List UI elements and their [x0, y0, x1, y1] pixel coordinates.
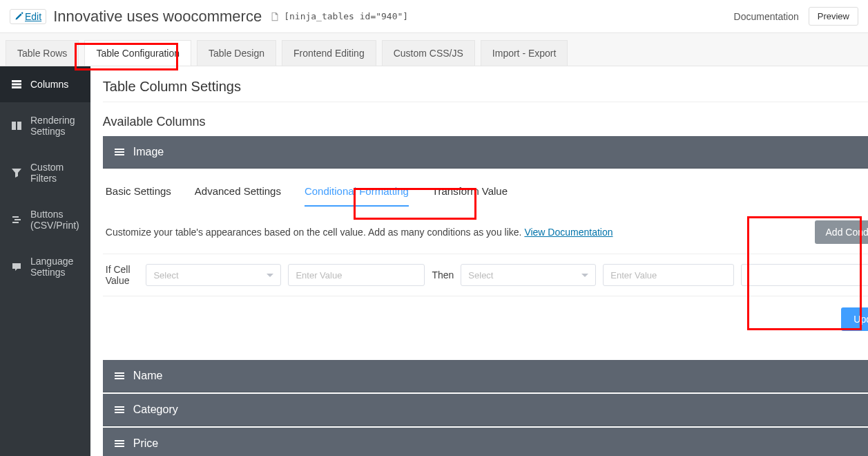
sidebar: Columns Rendering Settings Custom Filter… [0, 66, 90, 456]
column-header-price-label: Price [133, 437, 158, 450]
hamburger-icon [114, 370, 125, 381]
column-header-category[interactable]: Category [103, 394, 868, 426]
update-button[interactable]: Update [841, 307, 868, 331]
then-value-input[interactable] [603, 264, 734, 286]
condition-row: If Cell Value Select Then Select — [103, 254, 868, 296]
hamburger-icon [114, 404, 125, 415]
columns-icon [11, 79, 22, 90]
sidebar-label-language: Language Settings [30, 256, 79, 278]
filter-icon [11, 167, 22, 178]
column-header-image[interactable]: Image [103, 136, 868, 169]
rendering-icon [11, 120, 22, 131]
column-header-category-label: Category [133, 403, 178, 416]
column-header-name[interactable]: Name [103, 360, 868, 392]
shortcode-text: [ninja_tables id="940"] [284, 11, 408, 21]
body-layout: Columns Rendering Settings Custom Filter… [0, 66, 868, 456]
sub-tab-advanced[interactable]: Advanced Settings [195, 185, 281, 207]
sub-tab-transform[interactable]: Transform Value [432, 185, 508, 207]
view-documentation-link[interactable]: View Documentation [524, 227, 613, 238]
column-header-image-label: Image [133, 146, 164, 158]
header-bar: Edit Innovative uses woocommerce [ninja_… [0, 0, 868, 32]
column-header-price[interactable]: Price [103, 428, 868, 456]
sub-tab-basic[interactable]: Basic Settings [106, 185, 171, 207]
available-columns-heading: Available Columns [103, 115, 868, 129]
sub-tab-conditional[interactable]: Conditional Formatting [305, 185, 409, 207]
conditions-description: Customize your table's appearances based… [106, 227, 613, 238]
documentation-link[interactable]: Documentation [734, 11, 799, 22]
tab-table-design[interactable]: Table Design [197, 40, 276, 66]
edit-link-label: Edit [25, 11, 41, 22]
shortcode-display: [ninja_tables id="940"] [270, 11, 408, 21]
page-title: Innovative uses woocommerce [53, 8, 262, 26]
sidebar-item-filters[interactable]: Custom Filters [0, 149, 90, 196]
section-heading: Table Column Settings [103, 79, 868, 102]
then-extra-input[interactable] [741, 264, 868, 286]
sidebar-item-language[interactable]: Language Settings [0, 243, 90, 290]
edit-link[interactable]: Edit [10, 9, 46, 24]
sidebar-label-buttons: Buttons (CSV/Print) [30, 209, 79, 231]
sidebar-item-columns[interactable]: Columns [0, 66, 90, 102]
tab-custom-css-js[interactable]: Custom CSS/JS [382, 40, 475, 66]
sidebar-label-rendering: Rendering Settings [30, 115, 79, 137]
tab-table-configuration[interactable]: Table Configuration [84, 40, 191, 66]
if-cell-value-label: If Cell Value [106, 264, 139, 286]
column-header-name-label: Name [133, 370, 163, 382]
sidebar-label-columns: Columns [30, 79, 68, 90]
tab-frontend-editing[interactable]: Frontend Editing [282, 40, 376, 66]
pencil-icon [15, 12, 23, 21]
hamburger-icon [114, 438, 125, 449]
update-row: Update [103, 296, 868, 342]
tab-import-export[interactable]: Import - Export [481, 40, 568, 66]
language-icon [11, 261, 22, 272]
content-panel: Table Column Settings Available Columns … [90, 66, 868, 456]
sidebar-item-buttons[interactable]: Buttons (CSV/Print) [0, 196, 90, 243]
add-condition-button[interactable]: Add Condition [815, 220, 868, 244]
conditions-description-row: Customize your table's appearances based… [103, 211, 868, 254]
layers-icon [11, 214, 22, 225]
sidebar-item-rendering[interactable]: Rendering Settings [0, 102, 90, 149]
if-value-input[interactable] [288, 264, 425, 286]
then-action-select[interactable]: Select [461, 264, 596, 286]
then-label: Then [432, 269, 454, 281]
document-icon [270, 12, 280, 21]
main-tabs: Table Rows Table Configuration Table Des… [0, 32, 868, 66]
hamburger-icon [114, 146, 125, 158]
sidebar-label-filters: Custom Filters [30, 162, 79, 184]
sub-tabs: Basic Settings Advanced Settings Conditi… [103, 169, 868, 211]
if-operator-select[interactable]: Select [146, 264, 281, 286]
preview-button[interactable]: Preview [809, 7, 858, 26]
tab-table-rows[interactable]: Table Rows [6, 40, 79, 66]
